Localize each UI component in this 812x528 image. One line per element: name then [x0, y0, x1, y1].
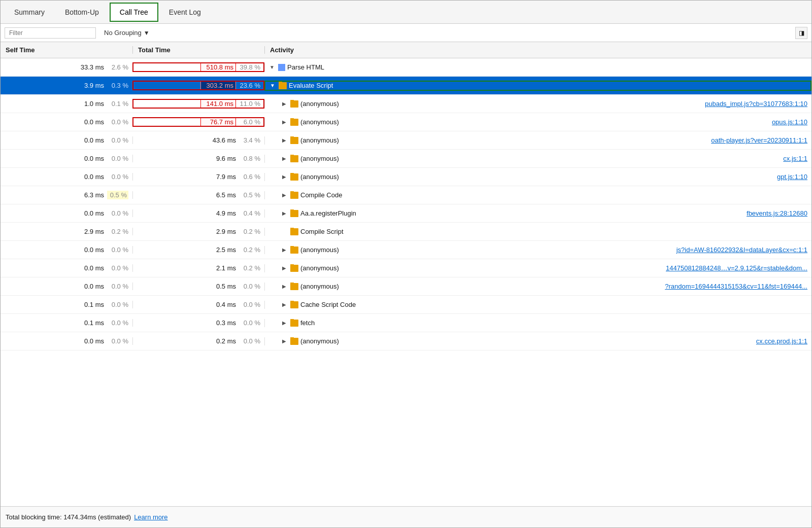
- folder-icon: [290, 137, 298, 144]
- grouping-select[interactable]: No Grouping ▼: [104, 29, 150, 37]
- cell-self-time: 3.9 ms0.3 %: [1, 82, 132, 89]
- table-row[interactable]: 3.9 ms0.3 %303.2 ms23.6 %▼Evaluate Scrip…: [1, 77, 811, 95]
- parse-html-icon: [278, 64, 285, 71]
- learn-more-link[interactable]: Learn more: [134, 513, 167, 521]
- tab-bottom-up[interactable]: Bottom-Up: [55, 3, 109, 22]
- total-pct-value: 6.0 %: [239, 118, 260, 126]
- cell-total-time: 0.2 ms0.0 %: [132, 337, 264, 345]
- self-pct-value: 0.0 %: [107, 264, 128, 272]
- table-row[interactable]: 6.3 ms0.5 %6.5 ms0.5 %▶Compile Code: [1, 186, 811, 204]
- activity-name: Aa.a.registerPlugin: [300, 209, 356, 217]
- col-header-activity[interactable]: Activity: [264, 46, 803, 54]
- activity-link[interactable]: cx.js:1:1: [341, 155, 811, 162]
- expand-button[interactable]: ▶: [280, 264, 288, 272]
- table-row[interactable]: 0.0 ms0.0 %0.2 ms0.0 %▶(anonymous)cx.cce…: [1, 332, 811, 350]
- table-row[interactable]: 2.9 ms0.2 %2.9 ms0.2 %Compile Script: [1, 223, 811, 241]
- cell-self-time: 0.0 ms0.0 %: [1, 246, 132, 254]
- total-ms-value: 0.2 ms: [200, 337, 236, 345]
- table-row[interactable]: 0.0 ms0.0 %2.5 ms0.2 %▶(anonymous)js?id=…: [1, 241, 811, 259]
- cell-total-time: 43.6 ms3.4 %: [132, 136, 264, 144]
- folder-icon: [290, 320, 298, 327]
- total-ms-value: 2.9 ms: [200, 228, 236, 235]
- expand-button[interactable]: ▶: [280, 283, 288, 291]
- table-row[interactable]: 0.0 ms0.0 %4.9 ms0.4 %▶Aa.a.registerPlug…: [1, 204, 811, 223]
- self-pct-value: 0.0 %: [107, 246, 128, 254]
- cell-activity: ▶(anonymous)pubads_impl.js?cb=31077683:1…: [264, 100, 811, 108]
- grouping-dropdown-arrow[interactable]: ▼: [144, 29, 150, 37]
- table-row[interactable]: 1.0 ms0.1 %141.0 ms11.0 %▶(anonymous)pub…: [1, 95, 811, 113]
- self-pct-value: 0.5 %: [107, 191, 128, 199]
- cell-activity: ▶(anonymous)cx.js:1:1: [264, 155, 811, 163]
- expand-button[interactable]: ▶: [280, 246, 288, 254]
- self-ms-value: 0.0 ms: [69, 155, 104, 162]
- cell-activity: ▶Compile Code: [264, 191, 811, 199]
- activity-name: fetch: [300, 319, 315, 327]
- expand-button[interactable]: ▶: [280, 209, 288, 218]
- tab-call-tree[interactable]: Call Tree: [110, 3, 158, 22]
- activity-link[interactable]: oath-player.js?ver=20230911:1:1: [341, 136, 811, 144]
- self-pct-value: 0.0 %: [107, 173, 128, 181]
- table-row[interactable]: 0.1 ms0.0 %0.4 ms0.0 %▶Cache Script Code: [1, 296, 811, 314]
- expand-button[interactable]: ▶: [280, 191, 288, 199]
- self-pct-value: 2.6 %: [107, 63, 128, 71]
- activity-link[interactable]: ?random=1694444315153&cv=11&fst=169444..…: [341, 283, 811, 290]
- table-row[interactable]: 0.0 ms0.0 %9.6 ms0.8 %▶(anonymous)cx.js:…: [1, 150, 811, 168]
- activity-link[interactable]: pubads_impl.js?cb=31077683:1:10: [341, 100, 811, 108]
- activity-link[interactable]: gpt.js:1:10: [341, 173, 811, 181]
- filter-input[interactable]: [5, 27, 96, 39]
- expand-button[interactable]: ▶: [280, 337, 288, 345]
- expand-button[interactable]: ▶: [280, 173, 288, 181]
- expand-button[interactable]: ▼: [268, 63, 276, 72]
- cell-total-time: 2.1 ms0.2 %: [132, 264, 264, 272]
- table-scroll[interactable]: 33.3 ms2.6 %510.8 ms39.8 %▼Parse HTML3.9…: [1, 58, 811, 506]
- table-row[interactable]: 0.0 ms0.0 %7.9 ms0.6 %▶(anonymous)gpt.js…: [1, 168, 811, 186]
- expand-button[interactable]: ▶: [280, 301, 288, 309]
- self-ms-value: 0.0 ms: [69, 283, 104, 290]
- total-ms-value: 2.5 ms: [200, 246, 236, 254]
- activity-name: (anonymous): [300, 136, 339, 144]
- expand-button[interactable]: ▶: [280, 136, 288, 145]
- table-row[interactable]: 0.1 ms0.0 %0.3 ms0.0 %▶fetch: [1, 314, 811, 332]
- col-header-total-time[interactable]: Total Time: [132, 46, 264, 54]
- table-row[interactable]: 0.0 ms0.0 %43.6 ms3.4 %▶(anonymous)oath-…: [1, 131, 811, 150]
- expand-button[interactable]: ▶: [280, 319, 288, 327]
- cell-total-time: 2.5 ms0.2 %: [132, 246, 264, 254]
- tab-event-log[interactable]: Event Log: [159, 3, 211, 22]
- cell-total-time: 510.8 ms39.8 %: [132, 62, 264, 72]
- cell-total-time: 0.5 ms0.0 %: [132, 283, 264, 290]
- activity-link[interactable]: opus.js:1:10: [341, 118, 811, 126]
- table-row[interactable]: 33.3 ms2.6 %510.8 ms39.8 %▼Parse HTML: [1, 58, 811, 77]
- activity-name: Compile Code: [300, 191, 342, 199]
- activity-name: (anonymous): [300, 155, 339, 162]
- table-row[interactable]: 0.0 ms0.0 %76.7 ms6.0 %▶(anonymous)opus.…: [1, 113, 811, 131]
- table-row[interactable]: 0.0 ms0.0 %2.1 ms0.2 %▶(anonymous)144750…: [1, 259, 811, 277]
- table-area: 33.3 ms2.6 %510.8 ms39.8 %▼Parse HTML3.9…: [1, 58, 811, 506]
- folder-icon: [290, 210, 298, 217]
- expand-button[interactable]: ▶: [280, 155, 288, 163]
- self-ms-value: 3.9 ms: [69, 82, 104, 89]
- activity-name: Evaluate Script: [289, 82, 333, 89]
- total-pct-value: 0.8 %: [239, 155, 260, 162]
- tab-summary[interactable]: Summary: [5, 3, 54, 22]
- expand-button[interactable]: [280, 228, 288, 236]
- expand-button[interactable]: ▶: [280, 118, 288, 126]
- cell-self-time: 6.3 ms0.5 %: [1, 191, 132, 199]
- activity-link[interactable]: fbevents.js:28:12680: [358, 209, 811, 217]
- total-ms-value: 43.6 ms: [200, 136, 236, 144]
- cell-total-time: 6.5 ms0.5 %: [132, 191, 264, 199]
- cell-self-time: 0.0 ms0.0 %: [1, 173, 132, 181]
- expand-button[interactable]: ▼: [268, 82, 277, 90]
- status-text: Total blocking time: 1474.34ms (estimate…: [6, 513, 131, 521]
- activity-link[interactable]: cx.cce.prod.js:1:1: [341, 337, 811, 345]
- table-row[interactable]: 0.0 ms0.0 %0.5 ms0.0 %▶(anonymous)?rando…: [1, 277, 811, 296]
- self-ms-value: 0.0 ms: [69, 264, 104, 272]
- collapse-button[interactable]: ◨: [795, 27, 807, 39]
- activity-link[interactable]: 144750812884248…v=2.9.125&r=stable&dom..…: [341, 264, 811, 272]
- self-ms-value: 2.9 ms: [69, 228, 104, 235]
- column-headers: Self Time Total Time Activity: [1, 42, 811, 58]
- col-header-self-time[interactable]: Self Time: [1, 46, 132, 54]
- expand-button[interactable]: ▶: [280, 100, 288, 108]
- self-ms-value: 0.1 ms: [69, 319, 104, 327]
- activity-link[interactable]: js?id=AW-816022932&l=dataLayer&cx=c:1:1: [341, 246, 811, 254]
- total-ms-value: 7.9 ms: [200, 173, 236, 181]
